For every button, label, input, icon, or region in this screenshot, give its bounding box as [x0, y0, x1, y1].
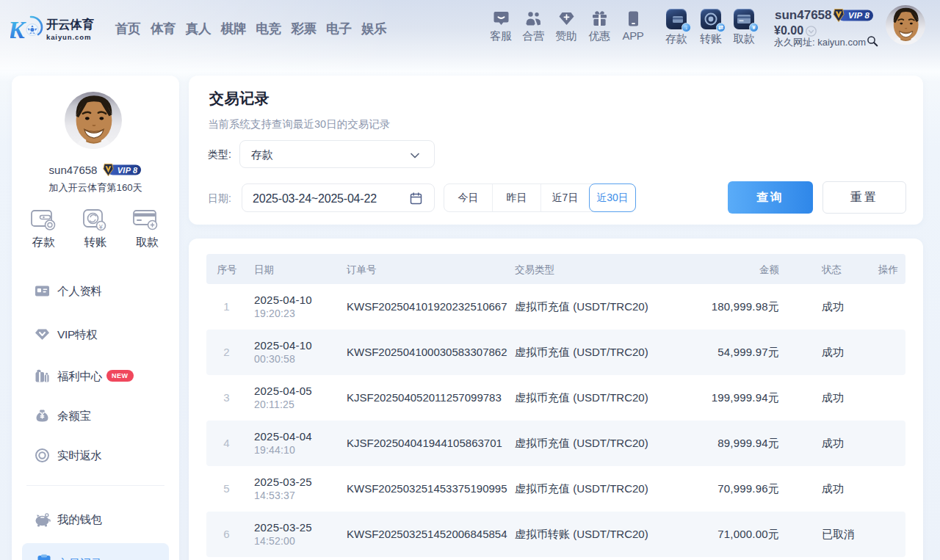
- svg-text:K: K: [10, 16, 26, 43]
- svg-text:VIP 8: VIP 8: [118, 166, 138, 175]
- svg-text:VIP 8: VIP 8: [848, 11, 870, 20]
- svg-text:¥: ¥: [98, 223, 104, 230]
